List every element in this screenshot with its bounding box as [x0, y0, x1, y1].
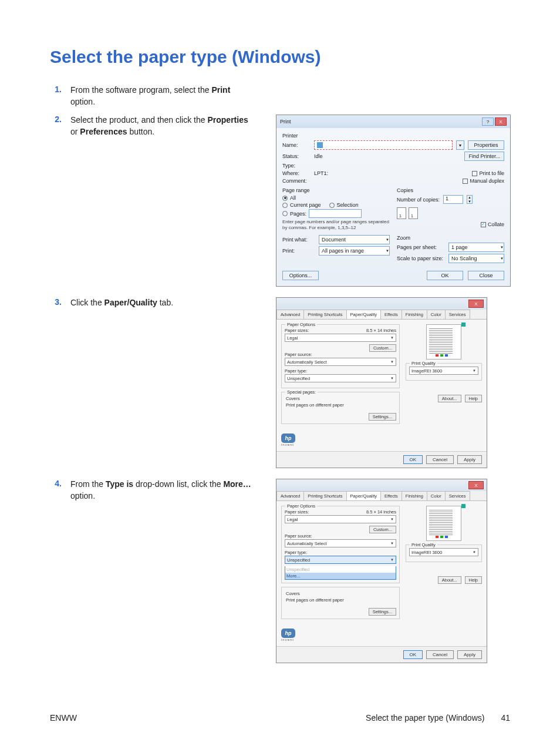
prop-close-2[interactable]: X	[468, 481, 484, 489]
settings-button-2[interactable]: Settings...	[369, 608, 396, 616]
collate-label: Collate	[488, 221, 504, 227]
help-button-2[interactable]: Help	[465, 576, 482, 584]
tab-finishing[interactable]: Finishing	[402, 310, 427, 319]
tab-effects-2[interactable]: Effects	[380, 491, 402, 500]
print-to-file-label: Print to file	[479, 170, 504, 176]
paper-options-group: Paper Options Paper sizes:8.5 × 14 inche…	[281, 324, 400, 388]
help-button-1[interactable]: Help	[465, 395, 482, 402]
print-dialog-titlebar: Print ? X	[276, 115, 510, 128]
prop-close-1[interactable]: X	[468, 300, 484, 308]
print-quality-select-2[interactable]: ImageREt 3600▼	[409, 548, 478, 556]
help-window-button[interactable]: ?	[482, 117, 494, 126]
zoom-label: Zoom	[397, 235, 504, 241]
step-1-text: From the software program, select the Pr…	[70, 85, 264, 107]
all-radio[interactable]: All	[282, 195, 390, 201]
step-3: 3. Click the Paper/Quality tab. X Advanc…	[50, 297, 510, 468]
step-1-number: 1.	[50, 85, 70, 94]
print-to-file-checkbox[interactable]	[472, 171, 477, 176]
pages-hint: Enter page numbers and/or page ranges se…	[282, 219, 390, 230]
tab-printing-shortcuts[interactable]: Printing Shortcuts	[303, 310, 346, 319]
close-button[interactable]: Close	[468, 271, 504, 280]
tab-color[interactable]: Color	[427, 310, 446, 319]
paper-type-select-1[interactable]: Unspecified▼	[285, 374, 396, 382]
tab-paper-quality-2[interactable]: Paper/Quality	[346, 491, 381, 500]
step-1: 1. From the software program, select the…	[50, 85, 510, 107]
paper-type-select-2[interactable]: Unspecified▼	[285, 556, 396, 564]
find-printer-button[interactable]: Find Printer...	[464, 152, 504, 161]
step-4-pre: From the	[70, 479, 106, 489]
custom-button-2[interactable]: Custom...	[369, 526, 396, 533]
paper-source-select-2[interactable]: Automatically Select▼	[285, 539, 396, 547]
print-what-select[interactable]: Document▼	[319, 235, 390, 244]
step-4: 4. From the Type is drop-down list, clic…	[50, 479, 510, 663]
tab-services[interactable]: Services	[445, 310, 470, 319]
page-range-label: Page range	[282, 187, 390, 193]
tab-services-2[interactable]: Services	[445, 491, 470, 500]
about-button-1[interactable]: About...	[438, 395, 461, 402]
scale-label: Scale to paper size:	[397, 256, 445, 261]
tab-paper-quality[interactable]: Paper/Quality	[346, 310, 381, 319]
covers-item-2[interactable]: Covers	[285, 590, 396, 597]
step-2-mid: or	[70, 127, 80, 136]
paper-options-title: Paper Options	[285, 322, 317, 327]
paper-size-value: Legal	[287, 335, 298, 341]
print-quality-select[interactable]: ImageREt 3600▼	[409, 367, 478, 375]
page-preview-2	[426, 506, 461, 541]
step-2-bold1: Properties	[207, 115, 248, 125]
pages-radio[interactable]: Pages:	[282, 209, 390, 218]
tab-finishing-2[interactable]: Finishing	[402, 491, 427, 500]
printer-section-label: Printer	[282, 133, 504, 139]
properties-dialog-2: X Advanced Printing Shortcuts Paper/Qual…	[276, 479, 487, 663]
prop-cancel-1[interactable]: Cancel	[426, 455, 454, 464]
close-window-button[interactable]: X	[495, 117, 507, 126]
pps-select[interactable]: 1 page▼	[448, 243, 504, 252]
paper-type-label-2: Paper type:	[285, 550, 396, 555]
print-quality-group-2: Print Quality ImageREt 3600▼	[406, 545, 482, 562]
paper-source-select[interactable]: Automatically Select▼	[285, 358, 396, 366]
paper-type-option-more[interactable]: More...	[285, 573, 396, 579]
settings-button-1[interactable]: Settings...	[369, 413, 396, 421]
custom-button[interactable]: Custom...	[369, 344, 396, 352]
tab-color-2[interactable]: Color	[427, 491, 446, 500]
selection-radio[interactable]: Selection	[329, 202, 359, 208]
properties-dialog-1: X Advanced Printing Shortcuts Paper/Qual…	[276, 297, 487, 468]
options-button[interactable]: Options...	[282, 271, 319, 280]
paper-type-label: Paper type:	[285, 368, 396, 374]
paper-size-select-2[interactable]: Legal▼	[285, 515, 396, 523]
pages-input[interactable]	[309, 209, 362, 218]
covers-item[interactable]: Covers	[285, 395, 396, 402]
print-select[interactable]: All pages in range▼	[319, 246, 390, 256]
footer-page: 41	[501, 713, 510, 723]
tab-effects[interactable]: Effects	[380, 310, 402, 319]
prop-cancel-2[interactable]: Cancel	[426, 650, 454, 659]
prop-apply-1[interactable]: Apply	[457, 455, 482, 464]
about-button-2[interactable]: About...	[438, 576, 461, 584]
diff-paper-item-2[interactable]: Print pages on different paper	[285, 597, 396, 603]
step-4-bold1: Type is	[106, 479, 133, 489]
ok-button[interactable]: OK	[427, 271, 463, 280]
print-dialog: Print ? X Printer Name: ▼ Properties	[276, 115, 511, 287]
prop-ok-1[interactable]: OK	[403, 455, 423, 464]
paper-type-option-unspec[interactable]: Unspecified	[285, 566, 396, 573]
prop-apply-2[interactable]: Apply	[457, 650, 482, 659]
manual-duplex-checkbox[interactable]	[463, 179, 468, 184]
hp-logo-icon: hp	[281, 434, 295, 443]
prop-ok-2[interactable]: OK	[403, 650, 423, 659]
tab-printing-shortcuts-2[interactable]: Printing Shortcuts	[303, 491, 346, 500]
tab-advanced-2[interactable]: Advanced	[276, 491, 304, 500]
tab-advanced[interactable]: Advanced	[276, 310, 304, 319]
num-copies-input[interactable]: 1	[443, 195, 463, 204]
printer-name-dd-arrow[interactable]: ▼	[456, 140, 464, 150]
collate-checkbox[interactable]: ✓	[481, 222, 486, 227]
printer-name-dropdown[interactable]	[314, 140, 453, 150]
copies-spinner[interactable]: ▲▼	[467, 195, 473, 204]
status-value: Idle	[314, 153, 461, 159]
paper-options-group-2: Paper Options Paper sizes:8.5 × 14 inche…	[281, 506, 400, 583]
paper-sizes-label-2: Paper sizes:	[285, 509, 309, 515]
scale-select[interactable]: No Scaling▼	[448, 254, 504, 263]
step-2: 2. Select the product, and then click th…	[50, 115, 510, 287]
paper-size-select[interactable]: Legal▼	[285, 334, 396, 342]
diff-paper-item[interactable]: Print pages on different paper	[285, 402, 396, 408]
current-page-radio[interactable]: Current page	[282, 202, 321, 208]
properties-button[interactable]: Properties	[468, 140, 504, 150]
